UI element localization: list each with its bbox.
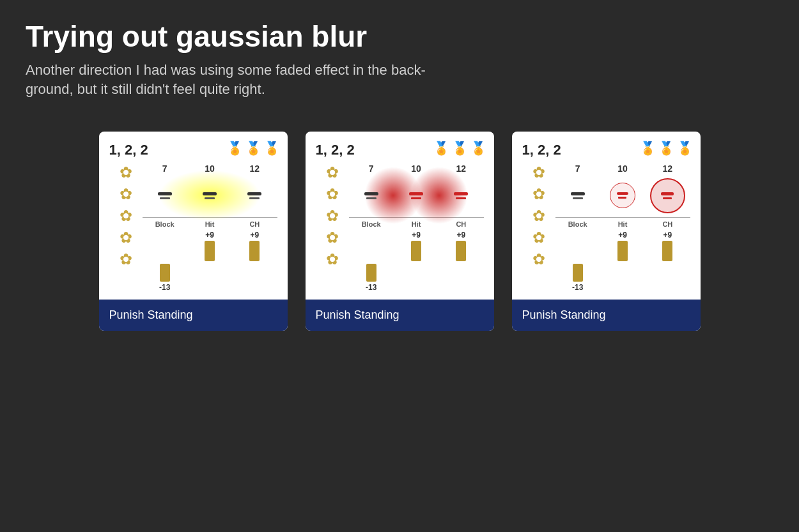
frame-label-block-c1: Block bbox=[143, 220, 187, 228]
col2-label-c3: 10 bbox=[600, 163, 645, 174]
frame-ch-c1: +9 bbox=[232, 231, 277, 261]
flower-5: ✿ bbox=[109, 250, 143, 268]
frame-label-block-c2: Block bbox=[349, 220, 394, 228]
hit-col2-c3 bbox=[600, 183, 645, 208]
col2-label: 10 bbox=[187, 163, 232, 174]
medal-4: 🏅 bbox=[433, 141, 449, 156]
col3-label: 12 bbox=[232, 163, 277, 174]
medal-6: 🏅 bbox=[470, 141, 486, 156]
flower-1: ✿ bbox=[109, 163, 143, 181]
card-3-body: 1, 2, 2 🏅 🏅 🏅 ✿ ✿ ✿ ✿ ✿ 7 10 bbox=[512, 132, 701, 300]
flower-15: ✿ bbox=[522, 250, 555, 268]
col1-label-c2: 7 bbox=[349, 163, 394, 174]
cards-container: 1, 2, 2 🏅 🏅 🏅 ✿ ✿ ✿ ✿ ✿ bbox=[0, 112, 799, 350]
frame-hit-c1: +9 bbox=[187, 231, 232, 261]
flower-11: ✿ bbox=[522, 163, 555, 181]
frame-label-ch-c3: CH bbox=[645, 220, 690, 228]
flower-6: ✿ bbox=[316, 163, 349, 181]
hit-col1-c2 bbox=[349, 192, 394, 199]
hit-col3-c1 bbox=[232, 192, 277, 199]
medal-1: 🏅 bbox=[227, 141, 243, 156]
medal-2: 🏅 bbox=[245, 141, 261, 156]
col3-label-c3: 12 bbox=[645, 163, 690, 174]
flower-13: ✿ bbox=[522, 207, 555, 225]
flower-12: ✿ bbox=[522, 185, 555, 203]
frame-block-neg-c2: -13 bbox=[349, 264, 394, 292]
medal-8: 🏅 bbox=[658, 141, 674, 156]
flower-7: ✿ bbox=[316, 185, 349, 203]
card-2-footer: Punish Standing bbox=[306, 300, 494, 331]
col1-label-c3: 7 bbox=[555, 163, 600, 174]
hit-col1-c3 bbox=[555, 192, 600, 199]
medal-9: 🏅 bbox=[677, 141, 693, 156]
hit-col3-c3 bbox=[645, 178, 690, 213]
frame-label-hit-c3: Hit bbox=[600, 220, 645, 228]
medal-5: 🏅 bbox=[452, 141, 468, 156]
card-2: 1, 2, 2 🏅 🏅 🏅 ✿ ✿ ✿ ✿ ✿ 7 10 bbox=[306, 132, 494, 331]
page-title: Trying out gaussian blur bbox=[26, 20, 773, 53]
hit-col3-c2 bbox=[438, 192, 483, 199]
card-2-body: 1, 2, 2 🏅 🏅 🏅 ✿ ✿ ✿ ✿ ✿ 7 10 bbox=[306, 132, 494, 300]
frame-ch-c3: +9 bbox=[645, 231, 690, 261]
flower-2: ✿ bbox=[109, 185, 143, 203]
medal-3: 🏅 bbox=[264, 141, 280, 156]
card-1: 1, 2, 2 🏅 🏅 🏅 ✿ ✿ ✿ ✿ ✿ bbox=[99, 132, 288, 331]
flower-8: ✿ bbox=[316, 207, 349, 225]
frame-label-hit-c2: Hit bbox=[394, 220, 438, 228]
hit-col2-c1 bbox=[187, 192, 232, 199]
col1-label: 7 bbox=[143, 163, 187, 174]
medal-7: 🏅 bbox=[640, 141, 656, 156]
header: Trying out gaussian blur Another directi… bbox=[0, 0, 799, 112]
frame-label-ch-c2: CH bbox=[438, 220, 483, 228]
col3-label-c2: 12 bbox=[438, 163, 483, 174]
hit-col1-c1 bbox=[143, 192, 187, 199]
frame-block-neg-c1: -13 bbox=[143, 264, 187, 292]
flower-3: ✿ bbox=[109, 207, 143, 225]
frame-hit-c3: +9 bbox=[600, 231, 645, 261]
flower-14: ✿ bbox=[522, 229, 555, 247]
card-1-footer: Punish Standing bbox=[99, 300, 288, 331]
card-1-medals: 🏅 🏅 🏅 bbox=[227, 141, 280, 156]
frame-label-block-c3: Block bbox=[555, 220, 600, 228]
flower-9: ✿ bbox=[316, 229, 349, 247]
page-subtitle: Another direction I had was using some f… bbox=[26, 61, 460, 100]
frame-label-ch-c1: CH bbox=[232, 220, 277, 228]
hit-col2-c2 bbox=[394, 192, 438, 199]
card-1-body: 1, 2, 2 🏅 🏅 🏅 ✿ ✿ ✿ ✿ ✿ bbox=[99, 132, 288, 300]
frame-block-neg-c3: -13 bbox=[555, 264, 600, 292]
frame-ch-c2: +9 bbox=[438, 231, 483, 261]
flower-4: ✿ bbox=[109, 229, 143, 247]
frame-label-hit-c1: Hit bbox=[187, 220, 232, 228]
card-2-medals: 🏅 🏅 🏅 bbox=[433, 141, 486, 156]
frame-hit-c2: +9 bbox=[394, 231, 438, 261]
card-3: 1, 2, 2 🏅 🏅 🏅 ✿ ✿ ✿ ✿ ✿ 7 10 bbox=[512, 132, 701, 331]
card-3-footer: Punish Standing bbox=[512, 300, 701, 331]
card-3-medals: 🏅 🏅 🏅 bbox=[640, 141, 693, 156]
flower-10: ✿ bbox=[316, 250, 349, 268]
col2-label-c2: 10 bbox=[394, 163, 438, 174]
